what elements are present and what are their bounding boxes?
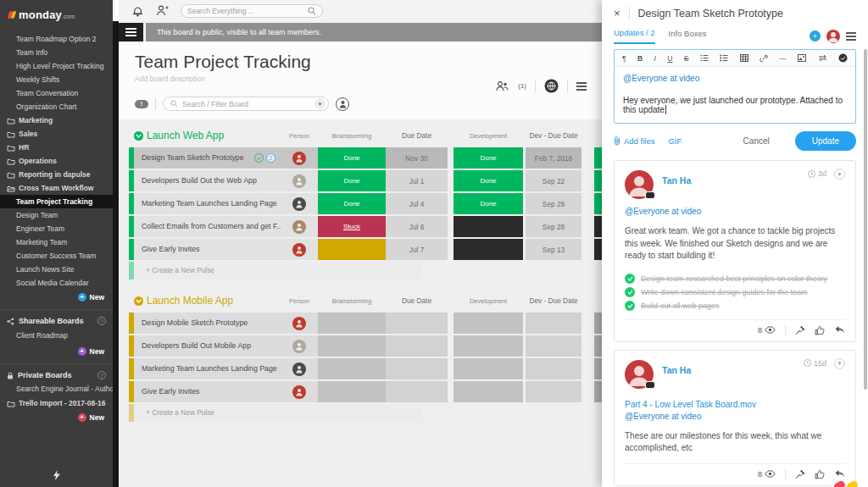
editor-mention[interactable]: @Everyone at video xyxy=(623,74,847,83)
group-collapse-icon[interactable] xyxy=(134,296,143,306)
column-header-due-date[interactable]: Due Date xyxy=(386,131,448,140)
thumbs-up-icon[interactable] xyxy=(815,469,825,479)
table-icon[interactable] xyxy=(740,54,748,62)
status-cell-development[interactable]: Done xyxy=(453,193,523,214)
status-cell-development[interactable] xyxy=(453,216,523,237)
person-cell[interactable] xyxy=(281,170,318,191)
column-header-development[interactable]: Development xyxy=(453,297,523,305)
column-header-person[interactable]: Person xyxy=(281,297,318,305)
new-shareable-button[interactable]: + New xyxy=(0,344,113,357)
person-cell[interactable] xyxy=(281,239,318,260)
attachment-link[interactable]: Part 4 - Low Level Task Board.mov xyxy=(625,400,845,409)
due-date-cell[interactable]: Jul 1 xyxy=(386,170,448,191)
ordered-list-icon[interactable] xyxy=(700,54,709,62)
paragraph-icon[interactable]: ¶ xyxy=(622,54,626,63)
horizontal-rule-icon[interactable]: — xyxy=(779,54,787,63)
person-cell[interactable] xyxy=(281,193,318,214)
post-mention[interactable]: @Everyone at video xyxy=(625,412,845,421)
sidebar-item[interactable]: Team Conversation xyxy=(0,86,113,100)
table-row[interactable]: Give Early Invites xyxy=(129,381,602,402)
pulse-name-cell[interactable]: Marketing Team Launches Landing Page xyxy=(134,193,281,214)
board-title[interactable]: Team Project Tracking xyxy=(135,52,602,72)
post-author[interactable]: Tan Ha xyxy=(662,365,691,375)
group-collapse-icon[interactable] xyxy=(134,131,143,141)
next-column-strip[interactable] xyxy=(594,239,602,260)
new-board-button[interactable]: + New xyxy=(0,290,113,303)
status-cell-brainstorming[interactable]: Done xyxy=(318,147,386,169)
post-menu-chevron-icon[interactable]: ▼ xyxy=(834,169,845,180)
pulse-name-cell[interactable]: Developers Build Out Mobile App xyxy=(134,335,281,357)
dev-due-date-cell[interactable] xyxy=(526,335,581,357)
private-boards-header[interactable]: Private Boards ? xyxy=(0,369,113,381)
image-icon[interactable] xyxy=(798,54,806,62)
dev-due-date-cell[interactable] xyxy=(526,381,581,402)
status-cell-brainstorming[interactable]: Stuck xyxy=(318,216,386,237)
check-badge-icon[interactable] xyxy=(254,153,264,163)
cancel-button[interactable]: Cancel xyxy=(743,136,770,146)
column-header-development[interactable]: Development xyxy=(453,132,523,140)
next-column-strip[interactable] xyxy=(594,358,602,379)
table-row[interactable]: Collect Emails from Customers and get F.… xyxy=(129,216,602,237)
dev-due-date-cell[interactable]: Sep 13 xyxy=(526,239,581,260)
status-cell-development[interactable]: Done xyxy=(453,147,523,169)
sidebar-item[interactable]: Search Engine Journal - Authors xyxy=(0,381,113,396)
bullet-list-icon[interactable] xyxy=(720,54,728,62)
pulse-name-cell[interactable]: Developers Build Out the Web App xyxy=(134,170,281,191)
person-cell[interactable] xyxy=(281,358,318,379)
sidebar-item[interactable]: High Level Project Tracking xyxy=(0,59,113,73)
due-date-cell[interactable] xyxy=(386,313,448,334)
person-cell[interactable] xyxy=(281,313,318,334)
sidebar-item[interactable]: Social Media Calendar xyxy=(0,276,113,290)
info-icon[interactable]: ! xyxy=(135,100,148,108)
reply-icon[interactable] xyxy=(834,469,845,479)
person-cell[interactable] xyxy=(281,147,318,169)
table-row[interactable]: Design Team Sketch Prototype 2 Done Nov … xyxy=(129,147,602,169)
link-icon[interactable] xyxy=(760,54,768,63)
board-options-burger[interactable] xyxy=(576,82,587,91)
dev-due-date-cell[interactable]: Sep 28 xyxy=(526,216,581,237)
person-cell[interactable] xyxy=(281,335,318,357)
add-files-button[interactable]: Add files xyxy=(614,136,654,146)
avatar[interactable] xyxy=(625,170,654,199)
avatar[interactable] xyxy=(826,30,840,43)
italic-icon[interactable]: I xyxy=(654,54,655,63)
updates-count-badge[interactable]: 2 xyxy=(266,153,275,163)
status-cell-development[interactable] xyxy=(453,239,523,260)
panel-options-burger[interactable] xyxy=(846,32,856,41)
due-date-cell[interactable] xyxy=(386,335,448,357)
pulse-title[interactable]: Design Team Sketch Prototype xyxy=(638,8,783,19)
seen-count[interactable]: 8 xyxy=(758,470,776,479)
due-date-cell[interactable]: Jul 7 xyxy=(386,239,448,260)
next-column-strip[interactable] xyxy=(594,335,602,357)
column-header-brainstorming[interactable]: Brainstorming xyxy=(318,297,386,305)
board-menu-burger[interactable] xyxy=(119,23,143,42)
update-button[interactable]: Update xyxy=(795,131,856,151)
avatar[interactable] xyxy=(625,360,654,389)
sidebar-folder[interactable]: Marketing xyxy=(0,113,113,127)
pulse-name-cell[interactable]: Collect Emails from Customers and get F.… xyxy=(134,216,281,237)
next-column-strip[interactable] xyxy=(594,313,602,334)
due-date-cell[interactable]: Jul 4 xyxy=(386,193,448,214)
sidebar-item[interactable]: Team Info xyxy=(0,46,113,59)
status-cell-development[interactable] xyxy=(453,313,523,334)
post-menu-chevron-icon[interactable]: ▼ xyxy=(834,358,845,369)
reply-icon[interactable] xyxy=(834,325,845,335)
editor-body[interactable]: @Everyone at video Hey everyone, we just… xyxy=(615,67,855,123)
sidebar-item[interactable]: Customer Success Team xyxy=(0,249,113,263)
thumbs-up-icon[interactable] xyxy=(815,325,825,335)
column-header-person[interactable]: Person xyxy=(281,132,318,140)
pulse-name-cell[interactable]: Design Mobile Sketch Prototype xyxy=(134,313,281,334)
check-circle-icon[interactable] xyxy=(838,53,848,63)
next-column-strip[interactable] xyxy=(594,216,602,237)
sidebar-item[interactable]: Organization Chart xyxy=(0,100,113,113)
broadcast-globe-icon[interactable] xyxy=(544,79,559,93)
group-title[interactable]: Launch Web App xyxy=(147,125,224,147)
strikethrough-icon[interactable]: S xyxy=(684,54,689,63)
dev-due-date-cell[interactable]: Sep 22 xyxy=(526,170,581,191)
swap-arrows-icon[interactable] xyxy=(818,54,827,62)
post-mention[interactable]: @Everyone at video xyxy=(625,207,845,216)
board-filter-input[interactable]: Search / Filter Board ▼ xyxy=(163,97,329,111)
status-cell-brainstorming[interactable] xyxy=(318,381,386,402)
tab-updates[interactable]: Updates / 2 xyxy=(614,28,655,44)
invite-user-icon[interactable] xyxy=(155,5,169,16)
